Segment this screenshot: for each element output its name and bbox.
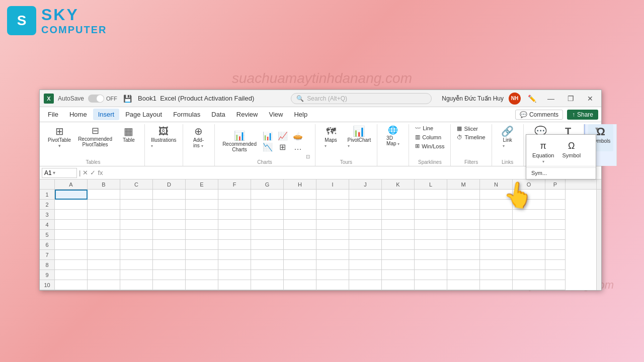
cell-D5[interactable] (153, 230, 186, 240)
fx-icon[interactable]: fx (98, 169, 103, 176)
cell-A3[interactable] (55, 210, 88, 220)
cell-N3[interactable] (480, 210, 513, 220)
cell-F5[interactable] (218, 230, 251, 240)
cell-G1[interactable] (251, 190, 284, 200)
menu-item-file[interactable]: File (43, 109, 63, 120)
cell-B7[interactable] (88, 250, 120, 260)
cell-E2[interactable] (186, 200, 218, 210)
cell-P4[interactable] (545, 220, 566, 230)
cell-P7[interactable] (545, 250, 566, 260)
cell-E9[interactable] (186, 270, 218, 280)
ribbon-btn-timeline[interactable]: ⏱ Timeline (454, 133, 488, 141)
cell-J5[interactable] (349, 230, 382, 240)
cell-E10[interactable] (186, 280, 218, 290)
comments-button[interactable]: 💬 Comments (515, 110, 563, 120)
cell-J4[interactable] (349, 220, 382, 230)
cell-F9[interactable] (218, 270, 251, 280)
cell-L5[interactable] (415, 230, 447, 240)
cell-L3[interactable] (415, 210, 447, 220)
cell-C6[interactable] (120, 240, 153, 250)
cell-H7[interactable] (284, 250, 316, 260)
cell-P10[interactable] (545, 280, 566, 290)
cell-K7[interactable] (382, 250, 415, 260)
charts-expand-icon[interactable]: ⊡ (306, 154, 310, 159)
ribbon-btn-more-charts[interactable]: … (291, 142, 305, 152)
cell-N9[interactable] (480, 270, 513, 280)
menu-item-data[interactable]: Data (206, 109, 230, 120)
cell-D10[interactable] (153, 280, 186, 290)
ribbon-btn-pivottable[interactable]: ⊞ PivotTable▾ (45, 124, 74, 150)
cell-K3[interactable] (382, 210, 415, 220)
symbol-dropdown-equation[interactable]: π Equation ▾ (528, 139, 558, 166)
cell-E5[interactable] (186, 230, 218, 240)
vertical-scrollbar[interactable] (596, 190, 601, 290)
cell-D7[interactable] (153, 250, 186, 260)
ribbon-btn-link[interactable]: 🔗 Link▾ (495, 124, 520, 150)
cell-B8[interactable] (88, 260, 120, 270)
cell-B4[interactable] (88, 220, 120, 230)
cell-D4[interactable] (153, 220, 186, 230)
formula-input[interactable] (105, 168, 599, 178)
cell-A5[interactable] (55, 230, 88, 240)
cell-B1[interactable] (88, 190, 120, 200)
cell-A10[interactable] (55, 280, 88, 290)
cell-C5[interactable] (120, 230, 153, 240)
cell-O10[interactable] (513, 280, 545, 290)
cell-H9[interactable] (284, 270, 316, 280)
cell-N10[interactable] (480, 280, 513, 290)
save-icon-button[interactable]: 💾 (121, 94, 134, 104)
cell-D2[interactable] (153, 200, 186, 210)
ribbon-btn-line-sparkline[interactable]: 〰 Line (412, 124, 447, 132)
cell-J2[interactable] (349, 200, 382, 210)
cell-O9[interactable] (513, 270, 545, 280)
cell-I1[interactable] (316, 190, 349, 200)
edit-icon-button[interactable]: ✏️ (526, 94, 538, 104)
symbol-menu-item[interactable]: Sym... (526, 169, 596, 177)
cell-H8[interactable] (284, 260, 316, 270)
ribbon-expand-button[interactable]: ▾ (594, 124, 599, 133)
cell-I5[interactable] (316, 230, 349, 240)
cell-O6[interactable] (513, 240, 545, 250)
ribbon-btn-bar-chart[interactable]: 📊 (261, 131, 275, 141)
cell-J10[interactable] (349, 280, 382, 290)
menu-item-formulas[interactable]: Formulas (168, 109, 205, 120)
cell-N1[interactable] (480, 190, 513, 200)
cell-P9[interactable] (545, 270, 566, 280)
cell-ref-dropdown[interactable]: ▾ (53, 170, 55, 175)
cell-H5[interactable] (284, 230, 316, 240)
cell-F3[interactable] (218, 210, 251, 220)
cell-G3[interactable] (251, 210, 284, 220)
cell-B2[interactable] (88, 200, 120, 210)
cell-J8[interactable] (349, 260, 382, 270)
cell-D3[interactable] (153, 210, 186, 220)
cell-D1[interactable] (153, 190, 186, 200)
cell-I8[interactable] (316, 260, 349, 270)
toggle-switch[interactable] (88, 95, 104, 103)
menu-item-page-layout[interactable]: Page Layout (120, 109, 167, 120)
cell-I4[interactable] (316, 220, 349, 230)
search-box[interactable]: 🔍 Search (Alt+Q) (291, 93, 432, 104)
cell-F6[interactable] (218, 240, 251, 250)
cell-N8[interactable] (480, 260, 513, 270)
cell-C8[interactable] (120, 260, 153, 270)
cell-K10[interactable] (382, 280, 415, 290)
ribbon-btn-winloss-sparkline[interactable]: ⊞ Win/Loss (412, 142, 447, 150)
cell-I9[interactable] (316, 270, 349, 280)
cell-I7[interactable] (316, 250, 349, 260)
ribbon-btn-recommended-charts[interactable]: 📊 RecommendedCharts (219, 129, 260, 154)
cell-P3[interactable] (545, 210, 566, 220)
cell-L6[interactable] (415, 240, 447, 250)
close-button[interactable]: ✕ (583, 90, 597, 107)
cell-C4[interactable] (120, 220, 153, 230)
cell-O8[interactable] (513, 260, 545, 270)
cell-D9[interactable] (153, 270, 186, 280)
ribbon-btn-line-chart[interactable]: 📈 (276, 131, 290, 141)
cell-E4[interactable] (186, 220, 218, 230)
ribbon-btn-area-chart[interactable]: 📉 (261, 142, 275, 152)
cell-A8[interactable] (55, 260, 88, 270)
ribbon-btn-illustrations[interactable]: 🖼 Illustrations▾ (148, 124, 180, 150)
cell-K4[interactable] (382, 220, 415, 230)
cell-N7[interactable] (480, 250, 513, 260)
cell-O3[interactable] (513, 210, 545, 220)
cell-H6[interactable] (284, 240, 316, 250)
